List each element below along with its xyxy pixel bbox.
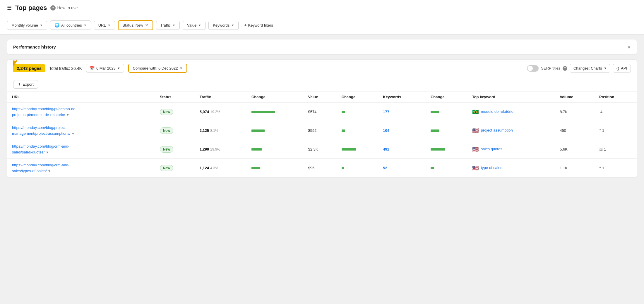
position-container: 🖼 1: [599, 147, 632, 151]
top-keyword-cell: 🇺🇸 sales quotes: [467, 140, 555, 159]
traffic-filter[interactable]: Traffic ▼: [156, 21, 180, 30]
status-new-label: Status: New: [123, 23, 143, 27]
value-filter[interactable]: Value ▼: [183, 21, 205, 30]
traffic-cell: 1,1244.3%: [195, 159, 247, 177]
keywords-cell: 104: [378, 121, 426, 140]
export-icon: ⬇: [18, 82, 21, 87]
collapse-button[interactable]: ∨: [627, 44, 631, 50]
col-header-value-change: Change: [337, 92, 378, 102]
serp-toggle[interactable]: [527, 65, 539, 72]
col-header-position: Position: [595, 92, 637, 102]
traffic-cell: 2,1258.1%: [195, 121, 247, 140]
chevron-down-icon[interactable]: ▼: [66, 113, 69, 117]
table-controls-row: 2,243 pages Total traffic: 26.4K 📅 6 Mar…: [7, 60, 637, 77]
top-keyword-container: 🇺🇸 project assumption: [472, 127, 551, 134]
export-button[interactable]: ⬇ Export: [13, 80, 38, 89]
keywords-change-bar: [431, 111, 463, 113]
value-change-bar: [342, 167, 374, 169]
volume-cell: 8.7K: [555, 102, 595, 121]
keywords-count[interactable]: 177: [383, 110, 389, 114]
value-change-bar: [342, 129, 374, 132]
hamburger-icon[interactable]: ☰: [7, 5, 12, 11]
value-label: Value: [187, 23, 196, 27]
value-cell: $95: [304, 159, 337, 177]
page-wrapper: ☰ Top pages ? How to use Monthly volume …: [0, 0, 644, 304]
col-header-url: URL: [7, 92, 155, 102]
all-countries-filter[interactable]: 🌐 All countries ▼: [50, 20, 91, 30]
url-filter[interactable]: URL ▼: [94, 21, 115, 30]
url-cell-container: https://monday.com/blog/crm-and-sales/sa…: [12, 144, 150, 155]
traffic-change-bar: [251, 148, 299, 151]
volume-value: 450: [560, 128, 566, 133]
value-change-cell: [337, 102, 378, 121]
position-container: ❝ 1: [599, 128, 632, 133]
keyword-link[interactable]: modelo de relatório: [481, 109, 513, 114]
volume-value: 5.6K: [560, 147, 568, 151]
chevron-down-icon[interactable]: ▼: [46, 151, 49, 154]
keywords-label: Keywords: [213, 23, 229, 27]
url-link[interactable]: https://monday.com/blog/crm-and-sales/sa…: [12, 144, 88, 155]
date-label: 6 Mar 2023: [96, 66, 116, 70]
country-flag: 🇺🇸: [472, 127, 479, 134]
volume-value: 1.1K: [560, 166, 568, 170]
keyword-link[interactable]: project assumption: [481, 128, 513, 133]
keywords-cell: 177: [378, 102, 426, 121]
how-to-use-link[interactable]: ? How to use: [50, 5, 78, 11]
monthly-volume-filter[interactable]: Monthly volume ▼: [7, 21, 47, 30]
compare-button[interactable]: Compare with: 6 Dec 2022 ▼: [128, 64, 187, 73]
traffic-percent: 8.1%: [210, 129, 218, 133]
keywords-change-bar: [431, 129, 463, 132]
chevron-down-icon[interactable]: ▼: [48, 169, 51, 173]
value-change-bar: [342, 148, 374, 151]
status-badge: New: [160, 146, 174, 153]
position-cell: 4: [595, 102, 637, 121]
keywords-cell: 492: [378, 140, 426, 159]
value-change-cell: [337, 121, 378, 140]
url-link[interactable]: https://monday.com/blog/project-manageme…: [12, 125, 88, 136]
keyword-filters-label: Keyword filters: [248, 23, 273, 27]
position-cell: ❝ 1: [595, 121, 637, 140]
col-header-traffic: Traffic: [195, 92, 247, 102]
position-value: 1: [604, 147, 606, 151]
changes-charts-button[interactable]: Changes: Charts ▼: [570, 64, 610, 72]
col-header-traffic-change: Change: [247, 92, 304, 102]
value-cell: $574: [304, 102, 337, 121]
position-icon: ❝: [599, 129, 601, 133]
top-keyword-container: 🇺🇸 type of sales: [472, 165, 551, 171]
serp-info-icon[interactable]: ?: [563, 66, 567, 71]
position-icon: 🖼: [599, 147, 603, 151]
position-container: ❝ 1: [599, 166, 632, 170]
country-flag: 🇧🇷: [472, 109, 479, 115]
api-button[interactable]: {} API: [613, 64, 631, 72]
url-link[interactable]: https://monday.com/blog/crm-and-sales/ty…: [12, 162, 88, 174]
keyword-link[interactable]: type of sales: [481, 165, 502, 170]
url-link[interactable]: https://monday.com/blog/pt/gestao-de-pro…: [12, 106, 88, 118]
data-table: URL Status Traffic Change Value Change K…: [7, 92, 637, 177]
traffic-percent: 19.2%: [210, 110, 220, 114]
status-new-filter[interactable]: Status: New ✕: [118, 20, 153, 30]
table-controls-card: 2,243 pages Total traffic: 26.4K 📅 6 Mar…: [7, 59, 637, 178]
chevron-down-icon: ▼: [108, 24, 111, 27]
close-icon[interactable]: ✕: [145, 23, 148, 27]
curly-braces-icon: {}: [616, 66, 619, 70]
help-circle-icon: ?: [50, 5, 56, 11]
keywords-count[interactable]: 492: [383, 147, 389, 151]
chevron-down-icon[interactable]: ▼: [71, 132, 75, 135]
value-cell: $552: [304, 121, 337, 140]
volume-cell: 1.1K: [555, 159, 595, 177]
value-amount: $574: [308, 110, 317, 114]
date-picker-button[interactable]: 📅 6 Mar 2023 ▼: [86, 64, 124, 72]
keywords-count[interactable]: 104: [383, 128, 389, 133]
all-countries-label: All countries: [61, 23, 82, 27]
position-icon: ❝: [599, 166, 601, 170]
compare-label: Compare with: 6 Dec 2022: [133, 66, 178, 70]
keywords-count[interactable]: 52: [383, 166, 387, 170]
keywords-filter[interactable]: Keywords ▼: [208, 21, 239, 30]
position-cell: 🖼 1: [595, 140, 637, 159]
value-amount: $2.3K: [308, 147, 318, 151]
volume-cell: 5.6K: [555, 140, 595, 159]
traffic-change-cell: [247, 121, 304, 140]
keyword-link[interactable]: sales quotes: [481, 146, 502, 152]
table-row: https://monday.com/blog/project-manageme…: [7, 121, 637, 140]
keyword-filters-button[interactable]: + Keyword filters: [242, 20, 275, 30]
